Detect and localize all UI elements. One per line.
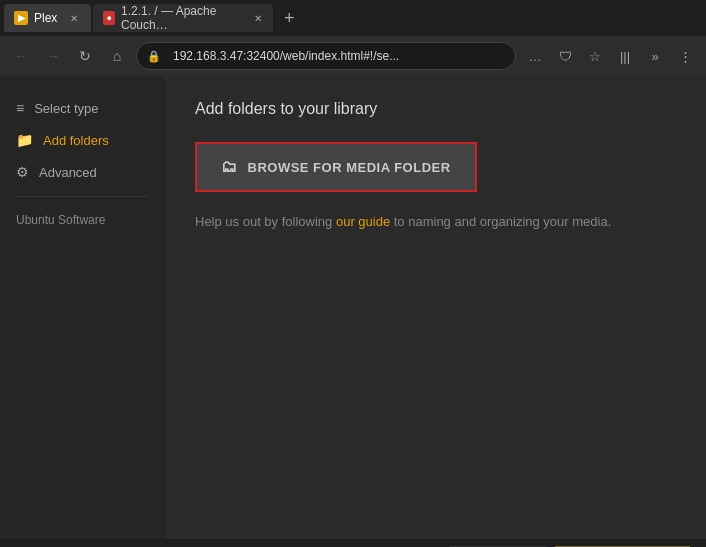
more-options-icon[interactable]: … <box>522 43 548 69</box>
sidebar-ubuntu: Ubuntu Software <box>0 205 165 235</box>
new-tab-button[interactable]: + <box>275 4 303 32</box>
plex-tab-close[interactable]: ✕ <box>67 11 81 25</box>
couch-tab-label: 1.2.1. / — Apache Couch… <box>121 4 242 32</box>
browse-btn-container: 🗂 BROWSE FOR MEDIA FOLDER <box>195 142 676 192</box>
sidebar: ≡ Select type 📁 Add folders ⚙ Advanced U… <box>0 76 165 539</box>
address-text: 192.168.3.47:32400/web/index.html#!/se..… <box>165 49 399 63</box>
couch-tab[interactable]: ● 1.2.1. / — Apache Couch… ✕ <box>93 4 273 32</box>
menu-icon[interactable]: ⋮ <box>672 43 698 69</box>
couch-tab-close[interactable]: ✕ <box>252 11 264 25</box>
sidebar-item-select-type-label: Select type <box>34 101 98 116</box>
help-text: Help us out by following our guide to na… <box>195 212 676 232</box>
sidebar-divider <box>16 196 149 197</box>
browse-button-label: BROWSE FOR MEDIA FOLDER <box>248 160 451 175</box>
security-icon: 🔒 <box>147 50 161 63</box>
bookmarks-icon[interactable]: ||| <box>612 43 638 69</box>
help-text-before: Help us out by following <box>195 214 336 229</box>
browse-for-media-folder-button[interactable]: 🗂 BROWSE FOR MEDIA FOLDER <box>195 142 477 192</box>
sidebar-item-add-folders[interactable]: 📁 Add folders <box>0 124 165 156</box>
toolbar-icons: … 🛡 ☆ ||| » ⋮ <box>522 43 698 69</box>
plex-tab-label: Plex <box>34 11 57 25</box>
app-container: ≡ Select type 📁 Add folders ⚙ Advanced U… <box>0 76 706 539</box>
tab-bar: ▶ Plex ✕ ● 1.2.1. / — Apache Couch… ✕ + <box>0 0 706 36</box>
folder-icon: 🗂 <box>221 158 238 176</box>
guide-link[interactable]: our guide <box>336 214 390 229</box>
add-folders-icon: 📁 <box>16 132 33 148</box>
address-bar: ← → ↻ ⌂ 🔒 192.168.3.47:32400/web/index.h… <box>0 36 706 76</box>
help-text-after: to naming and organizing your media. <box>390 214 611 229</box>
select-type-icon: ≡ <box>16 100 24 116</box>
sidebar-item-advanced-label: Advanced <box>39 165 97 180</box>
bookmark-icon[interactable]: ☆ <box>582 43 608 69</box>
main-title: Add folders to your library <box>195 100 676 118</box>
extensions-icon[interactable]: » <box>642 43 668 69</box>
shield-icon[interactable]: 🛡 <box>552 43 578 69</box>
back-button[interactable]: ← <box>8 43 34 69</box>
main-content: Add folders to your library 🗂 BROWSE FOR… <box>165 76 706 539</box>
couch-favicon: ● <box>103 11 115 25</box>
footer: CANCEL ADD LIBRARY <box>0 539 706 547</box>
home-button[interactable]: ⌂ <box>104 43 130 69</box>
advanced-icon: ⚙ <box>16 164 29 180</box>
plex-favicon: ▶ <box>14 11 28 25</box>
forward-button[interactable]: → <box>40 43 66 69</box>
sidebar-item-add-folders-label: Add folders <box>43 133 109 148</box>
address-field[interactable]: 🔒 192.168.3.47:32400/web/index.html#!/se… <box>136 42 516 70</box>
plex-tab[interactable]: ▶ Plex ✕ <box>4 4 91 32</box>
refresh-button[interactable]: ↻ <box>72 43 98 69</box>
sidebar-item-advanced[interactable]: ⚙ Advanced <box>0 156 165 188</box>
browser-chrome: ▶ Plex ✕ ● 1.2.1. / — Apache Couch… ✕ + … <box>0 0 706 76</box>
sidebar-item-select-type[interactable]: ≡ Select type <box>0 92 165 124</box>
